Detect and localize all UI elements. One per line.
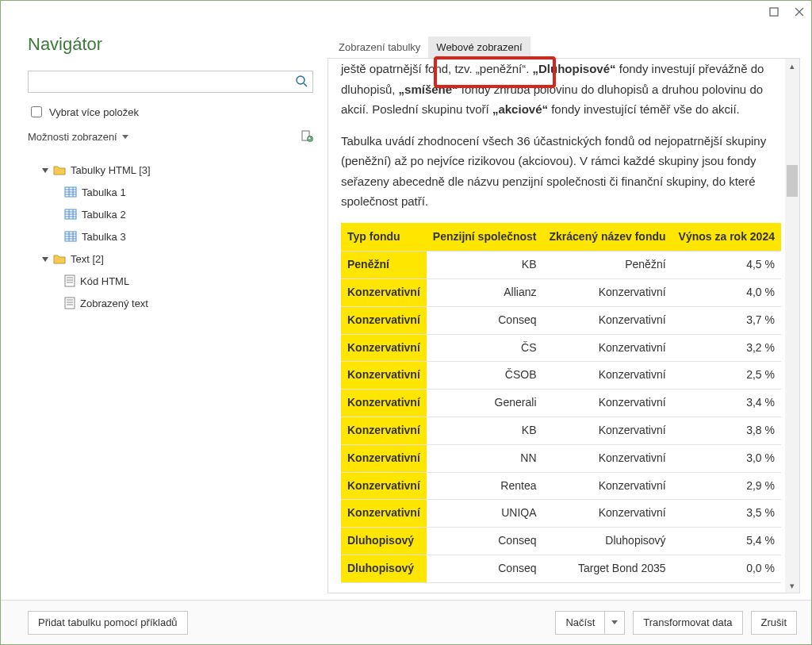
tree-item-html-code[interactable]: Kód HTML <box>28 270 313 292</box>
table-cell: Dluhopisový <box>341 528 427 555</box>
scroll-thumb[interactable] <box>787 165 798 197</box>
svg-line-4 <box>304 83 307 86</box>
table-cell: Peněžní <box>341 251 427 279</box>
table-cell: 3,0 % <box>672 444 781 472</box>
table-row: KonzervativníNNKonzervativní3,0 % <box>341 444 781 472</box>
table-cell: Conseq <box>427 306 543 334</box>
table-cell: Konzervativní <box>341 417 427 445</box>
scroll-track[interactable] <box>785 71 799 580</box>
load-split-button[interactable]: Načíst <box>555 611 625 635</box>
article-paragraph: ještě opatrnější fond, tzv. „peněžní“. „… <box>341 59 772 120</box>
col-penzijni-spolecnost: Penzijní společnost <box>427 223 543 251</box>
table-cell: 2,5 % <box>672 362 781 390</box>
table-icon <box>64 231 77 242</box>
button-label: Zrušit <box>761 616 787 628</box>
refresh-icon[interactable] <box>301 129 313 144</box>
text-bold: „Dluhopisové“ <box>533 62 616 75</box>
table-cell: KB <box>427 251 543 279</box>
button-label: Přidat tabulku pomocí příkladů <box>38 616 178 628</box>
web-preview-content: ještě opatrnější fond, tzv. „peněžní“. „… <box>328 59 785 593</box>
table-cell: Konzervativní <box>543 334 672 362</box>
table-cell: Peněžní <box>543 251 672 279</box>
table-row: KonzervativníKBKonzervativní3,8 % <box>341 417 781 445</box>
table-cell: 3,7 % <box>672 306 781 334</box>
table-cell: 3,4 % <box>672 390 781 417</box>
table-header-row: Typ fondu Penzijní společnost Zkrácený n… <box>341 223 781 251</box>
navigator-tree: Tabulky HTML [3] Tabulka 1 Tabulka 2 <box>28 159 313 314</box>
table-row: KonzervativníUNIQAKonzervativní3,5 % <box>341 500 781 528</box>
table-cell: Konzervativní <box>543 279 672 307</box>
table-cell: 3,8 % <box>672 417 781 445</box>
display-options-dropdown[interactable]: Možnosti zobrazení <box>28 131 128 143</box>
table-cell: Konzervativní <box>543 362 672 390</box>
load-dropdown-button[interactable] <box>604 611 625 635</box>
table-cell: 5,4 % <box>672 528 781 555</box>
scroll-up-icon[interactable]: ▴ <box>790 60 795 71</box>
tree-group-html-tables[interactable]: Tabulky HTML [3] <box>28 159 313 181</box>
table-cell: Konzervativní <box>341 334 427 362</box>
table-cell: Rentea <box>427 472 543 500</box>
table-cell: Konzervativní <box>543 500 672 528</box>
tree-item-table3[interactable]: Tabulka 3 <box>28 225 313 248</box>
table-cell: Konzervativní <box>341 362 427 390</box>
table-cell: Conseq <box>427 528 543 555</box>
tab-table-view[interactable]: Zobrazení tabulky <box>331 36 428 58</box>
text-fragment: ještě opatrnější fond, tzv. „peněžní“. <box>341 62 533 75</box>
vertical-scrollbar[interactable]: ▴ ▾ <box>785 59 799 593</box>
article-paragraph: Tabulka uvádí zhodnocení všech 36 účastn… <box>341 131 772 212</box>
table-cell: 2,9 % <box>672 472 781 500</box>
table-cell: Konzervativní <box>341 500 427 528</box>
table-row: DluhopisovýConseqDluhopisový5,4 % <box>341 528 781 555</box>
table-cell: Konzervativní <box>543 472 672 500</box>
add-table-by-examples-button[interactable]: Přidat tabulku pomocí příkladů <box>28 611 188 635</box>
table-cell: NN <box>427 444 543 472</box>
transform-data-button[interactable]: Transformovat data <box>633 611 742 635</box>
button-label: Transformovat data <box>643 616 732 628</box>
table-row: KonzervativníČSOBKonzervativní2,5 % <box>341 362 781 390</box>
svg-rect-29 <box>65 298 75 309</box>
table-cell: 4,5 % <box>672 251 781 279</box>
tab-web-view[interactable]: Webové zobrazení <box>428 36 530 58</box>
document-icon <box>64 275 75 287</box>
navigator-title: Navigátor <box>28 34 313 55</box>
text-bold: „akciové“ <box>492 102 548 116</box>
chevron-down-icon <box>122 135 128 139</box>
tree-label: Tabulka 2 <box>82 209 126 221</box>
select-multiple-input[interactable] <box>31 106 42 117</box>
table-cell: ČS <box>427 334 543 362</box>
cancel-button[interactable]: Zrušit <box>751 611 798 635</box>
table-cell: Konzervativní <box>341 279 427 307</box>
search-input[interactable] <box>35 75 295 89</box>
tree-label: Kód HTML <box>80 275 129 287</box>
tree-item-table2[interactable]: Tabulka 2 <box>28 203 313 225</box>
collapse-icon <box>42 168 48 173</box>
table-cell: Target Bond 2035 <box>543 555 672 583</box>
scroll-down-icon[interactable]: ▾ <box>790 580 795 591</box>
tree-label: Zobrazený text <box>80 298 148 309</box>
window-restore-button[interactable] <box>767 5 781 19</box>
table-cell: 0,0 % <box>672 555 781 583</box>
table-row: KonzervativníGeneraliKonzervativní3,4 % <box>341 390 781 417</box>
col-zkraceny-nazev: Zkrácený název fondu <box>543 223 672 251</box>
svg-point-3 <box>297 76 304 84</box>
search-input-wrap[interactable] <box>28 71 313 93</box>
table-cell: Allianz <box>427 279 543 307</box>
svg-rect-0 <box>770 8 778 16</box>
svg-point-6 <box>308 136 312 141</box>
tree-item-displayed-text[interactable]: Zobrazený text <box>28 292 313 314</box>
table-cell: UNIQA <box>427 500 543 528</box>
load-button[interactable]: Načíst <box>555 611 604 635</box>
table-row: KonzervativníČSKonzervativní3,2 % <box>341 334 781 362</box>
table-cell: Konzervativní <box>543 417 672 445</box>
document-icon <box>64 297 75 309</box>
tree-group-text[interactable]: Text [2] <box>28 248 313 270</box>
window-close-button[interactable] <box>792 5 806 19</box>
table-cell: 4,0 % <box>672 279 781 307</box>
tree-item-table1[interactable]: Tabulka 1 <box>28 181 313 203</box>
funds-table: Typ fondu Penzijní společnost Zkrácený n… <box>341 223 781 583</box>
tree-label: Tabulka 3 <box>82 231 126 243</box>
select-multiple-checkbox[interactable]: Vybrat více položek <box>28 104 313 120</box>
folder-icon <box>53 164 66 175</box>
table-cell: KB <box>427 417 543 445</box>
col-vynos: Výnos za rok 2024 <box>672 223 781 251</box>
